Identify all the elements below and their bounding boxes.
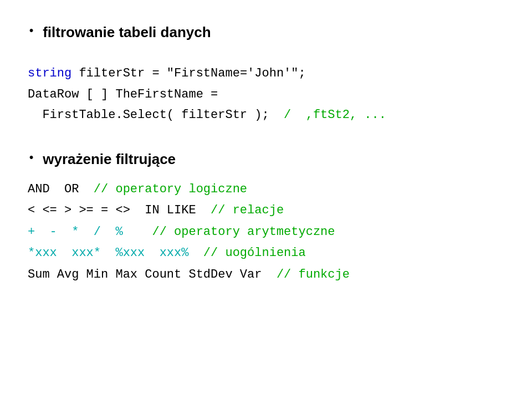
operators-line-2: < <= > >= = <> IN LIKE // relacje bbox=[28, 200, 504, 222]
op-wildcard-text: *xxx xxx* %xxx xxx% bbox=[28, 246, 203, 260]
op-wildcard-comment: // uogólnienia bbox=[203, 246, 306, 260]
code-comment-1: / ,ftSt2, ... bbox=[284, 108, 386, 122]
op-func-comment: // funkcje bbox=[277, 268, 350, 282]
bullet-text-2: wyrażenie filtrujące bbox=[43, 149, 176, 169]
code-block-1: string filterStr = "FirstName='John'"; D… bbox=[28, 63, 504, 125]
operators-line-1: AND OR // operatory logiczne bbox=[28, 179, 504, 201]
code-text-2: DataRow [ ] TheFirstName = bbox=[28, 88, 218, 101]
slide: • filtrowanie tabeli danych string filte… bbox=[0, 0, 532, 399]
operators-block: AND OR // operatory logiczne < <= > >= =… bbox=[28, 179, 504, 286]
keyword-string: string bbox=[28, 66, 71, 80]
op-func-text: Sum Avg Min Max Count StdDev Var bbox=[28, 268, 277, 282]
bullet-item-1: • filtrowanie tabeli danych bbox=[28, 22, 504, 42]
op-relation-text: < <= > >= = <> IN LIKE bbox=[28, 203, 211, 217]
op-logical-comment: // operatory logiczne bbox=[94, 182, 247, 196]
operators-line-4: *xxx xxx* %xxx xxx% // uogólnienia bbox=[28, 243, 504, 264]
code-text-1b: "FirstName='John'"; bbox=[167, 66, 306, 80]
bullet-text-1: filtrowanie tabeli danych bbox=[43, 22, 211, 42]
bullet-dot-2: • bbox=[28, 150, 35, 167]
op-logical-text: AND OR bbox=[28, 182, 94, 196]
code-line-3: FirstTable.Select( filterStr ); / ,ftSt2… bbox=[28, 105, 504, 125]
code-text-1: filterStr = bbox=[71, 66, 167, 80]
op-arith-comment: // operatory arytmetyczne bbox=[152, 225, 335, 239]
op-arith-text: + - * / % bbox=[28, 225, 152, 239]
code-text-3a: FirstTable.Select( filterStr ); bbox=[28, 108, 284, 122]
operators-line-3: + - * / % // operatory arytmetyczne bbox=[28, 222, 504, 243]
operators-line-5: Sum Avg Min Max Count StdDev Var // funk… bbox=[28, 264, 504, 286]
code-line-2: DataRow [ ] TheFirstName = bbox=[28, 84, 504, 105]
op-relation-comment: // relacje bbox=[211, 203, 284, 217]
bullet-item-2: • wyrażenie filtrujące bbox=[28, 149, 504, 169]
code-line-1: string filterStr = "FirstName='John'"; bbox=[28, 63, 504, 84]
bullet-dot-1: • bbox=[28, 23, 35, 40]
